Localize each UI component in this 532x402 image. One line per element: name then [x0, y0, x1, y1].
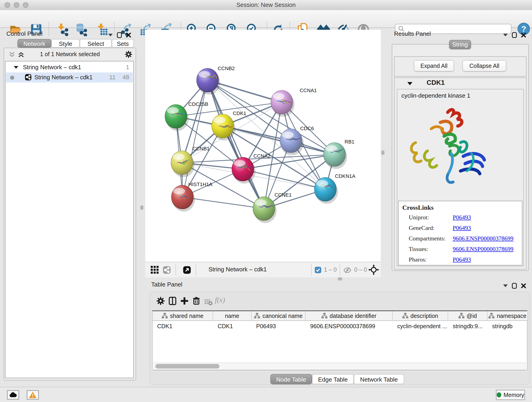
expand-all-button[interactable]: Expand All — [414, 60, 454, 71]
collapse-all-button[interactable]: Collapse All — [462, 60, 506, 71]
float-panel-icon[interactable] — [117, 32, 122, 38]
delete-table-icon-disabled — [204, 298, 213, 306]
tree-expand-arrow-icon[interactable] — [14, 65, 18, 69]
node-CCNA2[interactable] — [232, 157, 255, 184]
node-CDC25B[interactable] — [165, 104, 189, 131]
table-cell[interactable]: stringdb — [488, 321, 528, 331]
column-header-database-identifier[interactable]: database identifier — [306, 311, 393, 321]
open-in-new-window-icon[interactable] — [183, 266, 191, 274]
crosslink-link[interactable]: P06493 — [453, 214, 471, 221]
network-row-selected[interactable]: String Network – cdk1 11 48 — [6, 72, 133, 83]
tab-edge-table[interactable]: Edge Table — [312, 374, 354, 384]
string-network-graph[interactable]: CCNB2CCNA1CDC25BCDK1CDC6RB1CCNB1CCNA2CDK… — [145, 30, 381, 262]
close-panel-icon[interactable] — [521, 283, 526, 288]
crosslink-link[interactable]: P06493 — [453, 225, 471, 231]
column-header-label: description — [411, 313, 438, 319]
tab-style[interactable]: Style — [51, 39, 80, 48]
network-canvas[interactable]: CCNB2CCNA1CDC25BCDK1CDC6RB1CCNB1CCNA2CDK… — [145, 30, 381, 262]
node-RB1[interactable] — [323, 143, 347, 169]
float-menu-icon[interactable] — [503, 33, 508, 37]
table-cell[interactable]: CDK1 — [152, 321, 213, 331]
float-menu-icon[interactable] — [108, 33, 113, 37]
edge-CCNB2-CCNE1[interactable] — [208, 80, 264, 209]
table-cell[interactable]: cyclin-dependent ... — [393, 321, 448, 331]
toolbar-separator — [340, 264, 340, 275]
node-label-CDKN1A: CDKN1A — [335, 173, 355, 179]
table-cell[interactable]: CDK1 — [213, 321, 252, 331]
hierarchy-column-icon — [162, 313, 168, 319]
crosslink-label: Pharos: — [409, 256, 427, 263]
cloud-service-button[interactable] — [7, 390, 19, 400]
node-CDC6[interactable] — [280, 129, 304, 155]
memory-label: Memory — [504, 392, 524, 398]
network-edges — [176, 80, 335, 209]
import-table-file-button[interactable] — [95, 22, 109, 36]
network-view-toolbar: String Network – cdk1 1 – 0 0 – 0 — [145, 262, 381, 277]
crosslink-label: Uniprot: — [409, 214, 429, 221]
tab-network-table[interactable]: Network Table — [354, 374, 404, 384]
close-panel-icon[interactable] — [521, 32, 526, 38]
tab-string[interactable]: String — [449, 40, 471, 49]
delete-column-trash-icon[interactable] — [192, 297, 201, 305]
edge-CDK1-RB1[interactable] — [223, 126, 335, 154]
pan-crosshair-icon[interactable] — [368, 264, 379, 275]
title-bar: Session: New Session — [0, 0, 532, 11]
node-CDKN1A[interactable] — [314, 177, 338, 204]
window-title: Session: New Session — [0, 1, 532, 8]
birds-eye-grid-icon[interactable] — [151, 266, 158, 274]
scrollbar-thumb[interactable] — [155, 364, 220, 369]
right-splitter-handle[interactable] — [381, 150, 385, 155]
section-collapse-arrow-icon[interactable] — [407, 82, 412, 86]
float-menu-icon[interactable] — [503, 284, 508, 288]
svg-text:?: ? — [521, 24, 526, 33]
create-column-plus-icon[interactable] — [180, 297, 189, 305]
selected-count: 1 – 0 — [324, 266, 337, 273]
table-cell[interactable]: 9606.ENSP00000378699 — [306, 321, 393, 331]
crosslink-link[interactable]: 9606.ENSP00000378699 — [453, 246, 513, 253]
results-buttons-box: Expand All Collapse All — [394, 56, 526, 77]
column-header-label: shared name — [170, 313, 203, 319]
show-columns-icon[interactable] — [168, 297, 177, 305]
node-label-CCNA2: CCNA2 — [253, 153, 271, 159]
selected-checkbox-icon[interactable] — [315, 267, 321, 273]
tab-select[interactable]: Select — [80, 39, 112, 48]
tab-sets[interactable]: Sets — [112, 39, 134, 48]
results-panel-header-icons — [503, 32, 526, 38]
node-CCNA1[interactable] — [271, 90, 294, 117]
node-CDK1[interactable] — [212, 114, 235, 140]
table-options-gear-icon[interactable] — [156, 297, 165, 305]
column-header-@id[interactable]: @id — [448, 311, 488, 321]
column-header-canonical-name[interactable]: canonical name — [252, 311, 306, 321]
import-network-file-button[interactable] — [56, 22, 69, 36]
import-network-database-button[interactable] — [74, 22, 88, 36]
crosslink-link[interactable]: P06493 — [453, 256, 471, 263]
horizontal-splitter-handle[interactable] — [338, 277, 342, 281]
node-table[interactable]: shared namenamecanonical namedatabase id… — [152, 310, 527, 371]
float-panel-icon[interactable] — [512, 283, 517, 289]
float-panel-icon[interactable] — [512, 32, 517, 38]
node-HIST1H1A[interactable] — [171, 185, 195, 211]
crosslink-link[interactable]: 9606.ENSP00000378699 — [453, 235, 513, 242]
node-label-CDC25B: CDC25B — [188, 101, 208, 107]
memory-status-dot — [497, 392, 501, 397]
node-CCNB2[interactable] — [196, 68, 220, 95]
tab-node-table[interactable]: Node Table — [270, 374, 312, 384]
node-CCNE1[interactable] — [253, 197, 277, 223]
node-label-CCNB1: CCNB1 — [192, 146, 210, 152]
table-cell[interactable]: P06493 — [252, 321, 306, 331]
table-cell[interactable]: stringdb:9... — [448, 321, 488, 331]
horizontal-scrollbar[interactable] — [153, 363, 526, 370]
tab-network[interactable]: Network — [17, 39, 51, 48]
share-view-icon[interactable] — [163, 266, 171, 274]
memory-button[interactable]: Memory — [496, 390, 525, 400]
column-header-name[interactable]: name — [213, 311, 252, 321]
left-splitter-handle[interactable] — [140, 205, 143, 210]
column-header-shared-name[interactable]: shared name — [152, 311, 213, 321]
network-options-gear-icon[interactable] — [125, 51, 133, 58]
close-panel-icon[interactable] — [126, 32, 131, 38]
column-header-namespace[interactable]: namespace — [488, 311, 528, 321]
warnings-button[interactable] — [27, 390, 39, 400]
hierarchy-column-icon — [322, 313, 327, 319]
network-collection-row[interactable]: String Network – cdk1 1 — [6, 62, 133, 72]
column-header-description[interactable]: description — [393, 311, 448, 321]
